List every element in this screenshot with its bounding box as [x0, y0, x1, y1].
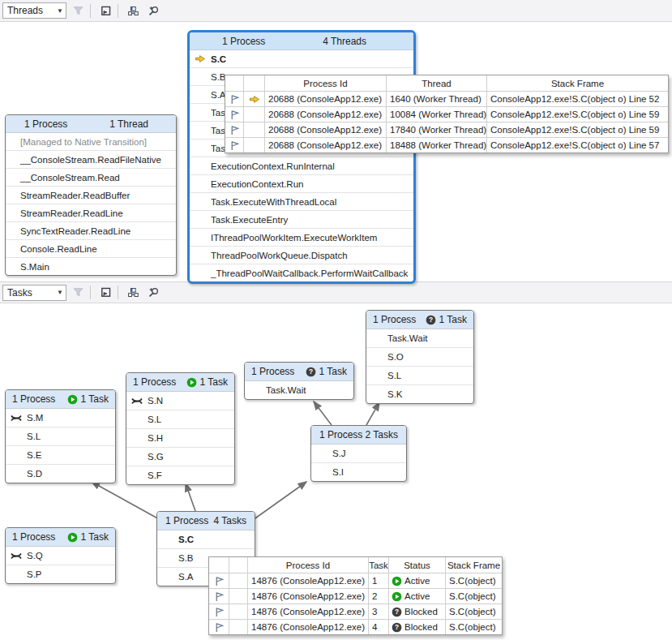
svg-text:?: ? [395, 608, 399, 616]
grid-row[interactable]: 20688 (ConsoleApp12.exe) 18488 (Worker T… [225, 137, 668, 152]
frame-row[interactable]: StreamReader.ReadBuffer [6, 186, 176, 204]
frame-row[interactable]: [Managed to Native Transition] [6, 133, 176, 150]
grid-row[interactable]: 14876 (ConsoleApp12.exe) 3 ? Blocked S.C… [209, 603, 502, 619]
column-header[interactable]: Thread [386, 75, 486, 91]
frame-row-current[interactable]: S.C [190, 50, 413, 67]
toolbar-separator [90, 4, 91, 18]
box-header: 1 Process ? 1 Task [366, 311, 473, 329]
frame-row[interactable]: S.O [366, 347, 473, 366]
frame-row[interactable]: S.E [6, 445, 115, 464]
grid-header-row: Process Id Thread Stack Frame [225, 75, 668, 91]
toggle-method-view-button[interactable] [124, 2, 142, 19]
status-badge: Active [388, 573, 445, 588]
view-selector-threads[interactable]: Threads ▼ [2, 2, 66, 19]
zoom-control-button[interactable] [144, 2, 162, 19]
frame-row[interactable]: IThreadPoolWorkItem.ExecuteWorkItem [190, 228, 413, 246]
threads-toolbar: Threads ▼ [0, 0, 672, 22]
frame-row[interactable]: S.N [126, 392, 234, 410]
show-only-flagged-button[interactable] [96, 284, 114, 302]
grid-row[interactable]: 14876 (ConsoleApp12.exe) 2 Active S.C(ob… [209, 588, 502, 603]
running-icon [392, 591, 402, 602]
zoom-control-button[interactable] [144, 284, 162, 302]
view-selector-tasks[interactable]: Tasks ▼ [2, 285, 66, 301]
box-header: 1 Process 4 Tasks [157, 512, 255, 530]
column-header[interactable]: Process Id [264, 75, 386, 91]
box-header: 1 Process 1 Task [6, 390, 115, 409]
stack-box-blocked-mid[interactable]: 1 Process ? 1 Task Task.Wait [244, 362, 354, 400]
frame-row[interactable]: S.I [311, 462, 406, 481]
frame-row[interactable]: _ThreadPoolWaitCallback.PerformWaitCallb… [190, 264, 413, 281]
flag-icon[interactable] [209, 573, 229, 588]
frame-row[interactable]: S.D [6, 464, 115, 483]
frame-row[interactable]: __ConsoleStream.Read [6, 168, 176, 186]
blocked-icon: ? [392, 622, 402, 633]
show-only-flagged-button[interactable] [96, 2, 114, 19]
flag-icon[interactable] [225, 122, 243, 137]
frame-row[interactable]: S.J [311, 445, 406, 462]
column-header[interactable]: Process Id [247, 557, 368, 573]
frame-row[interactable]: ExecutionContext.Run [190, 174, 413, 192]
toggle-method-view-button[interactable] [124, 284, 142, 302]
grid-row[interactable]: 14876 (ConsoleApp12.exe) 4 ? Blocked S.C… [209, 619, 502, 634]
stack-box-running-n[interactable]: 1 Process 1 Task S.N S.L S.H S.G S.F [126, 372, 235, 485]
stack-box-worker-threads[interactable]: 1 Process 4 Threads S.C S.B S.A Task Tas… [187, 30, 416, 284]
frame-row[interactable]: S.Q [6, 547, 115, 565]
stack-box-running-m[interactable]: 1 Process 1 Task S.M S.L S.E S.D [5, 389, 116, 483]
column-header[interactable]: Stack Frame [486, 75, 668, 91]
status-badge: ? Blocked [388, 603, 445, 619]
frame-row[interactable]: S.P [6, 565, 115, 583]
stack-box-running-q[interactable]: 1 Process 1 Task S.Q S.P [5, 527, 116, 584]
frame-row[interactable]: S.L [6, 427, 115, 445]
filter-flagged-button[interactable] [69, 284, 87, 302]
frame-row[interactable]: S.H [126, 428, 234, 447]
box-header: 1 Process 1 Task [6, 528, 115, 547]
flag-icon[interactable] [225, 91, 243, 106]
thread-count-label: 4 Threads [323, 36, 366, 47]
status-badge: ? Blocked [388, 619, 445, 634]
box-header: 1 Process 2 Tasks [311, 426, 406, 445]
frame-row[interactable]: ExecutionContext.RunInternal [190, 157, 413, 174]
grid-row[interactable]: 14876 (ConsoleApp12.exe) 1 Active S.C(ob… [209, 573, 502, 588]
grid-row[interactable]: 20688 (ConsoleApp12.exe) 17840 (Worker T… [225, 122, 668, 137]
frame-row[interactable]: S.L [366, 366, 473, 384]
flag-icon[interactable] [209, 619, 229, 634]
frame-row[interactable]: S.Main [6, 257, 176, 275]
frame-row-current[interactable]: S.C [157, 530, 255, 548]
frame-row[interactable]: Task.Wait [245, 381, 353, 399]
flag-icon[interactable] [209, 603, 229, 619]
filter-flagged-button[interactable] [69, 2, 87, 19]
blocked-icon: ? [306, 367, 316, 377]
column-header[interactable]: Task [368, 557, 388, 573]
view-selector-value: Tasks [3, 287, 54, 299]
column-header[interactable]: Status [388, 557, 445, 573]
frame-row[interactable]: __ConsoleStream.ReadFileNative [6, 150, 176, 168]
grid-row[interactable]: 20688 (ConsoleApp12.exe) 10084 (Worker T… [225, 106, 668, 122]
frame-row[interactable]: Task.ExecuteWithThreadLocal [190, 192, 413, 210]
chevron-down-icon: ▼ [54, 289, 66, 296]
frame-row[interactable]: ThreadPoolWorkQueue.Dispatch [190, 246, 413, 264]
frame-row[interactable]: SyncTextReader.ReadLine [6, 221, 176, 239]
frame-row[interactable]: S.L [126, 410, 234, 428]
flag-icon[interactable] [225, 106, 243, 122]
frame-row[interactable]: Console.ReadLine [6, 239, 176, 257]
box-header: 1 Process ? 1 Task [245, 363, 353, 381]
stack-box-blocked-top[interactable]: 1 Process ? 1 Task Task.Wait S.O S.L S.K [366, 310, 474, 404]
show-flagged-icon [101, 287, 111, 298]
frame-row[interactable]: S.G [126, 447, 234, 466]
frame-row[interactable]: S.K [366, 384, 473, 403]
stack-box-two-tasks[interactable]: 1 Process 2 Tasks S.J S.I [310, 425, 407, 482]
parallel-stacks-window: Threads ▼ 1 Process [0, 0, 672, 640]
grid-row[interactable]: 20688 (ConsoleApp12.exe) 1640 (Worker Th… [225, 91, 668, 106]
frame-row[interactable]: S.F [126, 466, 234, 484]
flag-icon[interactable] [225, 137, 243, 152]
frame-row[interactable]: Task.ExecuteEntry [190, 210, 413, 228]
svg-text:?: ? [395, 623, 399, 631]
method-view-icon [128, 287, 139, 298]
frame-row[interactable]: Task.Wait [366, 329, 473, 347]
stack-box-main-thread[interactable]: 1 Process 1 Thread [Managed to Native Tr… [5, 114, 177, 276]
running-icon [67, 394, 78, 405]
frame-row[interactable]: S.M [6, 409, 115, 427]
frame-row[interactable]: StreamReader.ReadLine [6, 204, 176, 221]
column-header[interactable]: Stack Frame [445, 557, 502, 573]
flag-icon[interactable] [209, 588, 229, 603]
